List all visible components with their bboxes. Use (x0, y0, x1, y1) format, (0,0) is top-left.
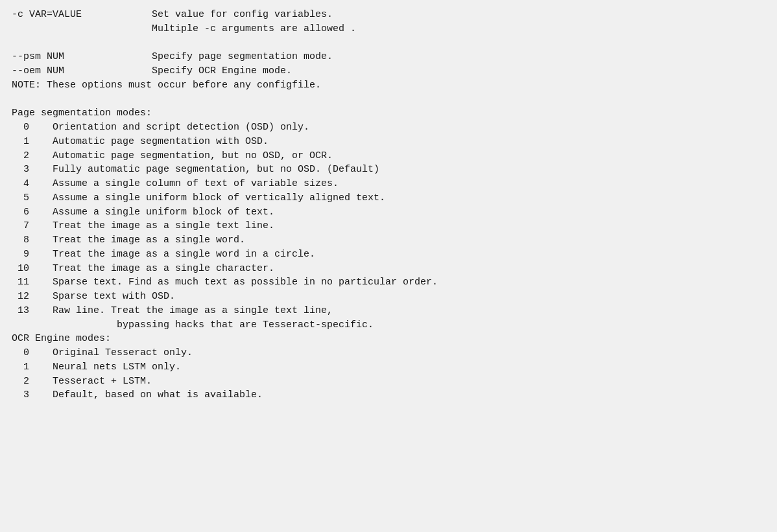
terminal-container: -c VAR=VALUE Set value for config variab… (0, 0, 777, 532)
terminal-output: -c VAR=VALUE Set value for config variab… (12, 8, 765, 402)
